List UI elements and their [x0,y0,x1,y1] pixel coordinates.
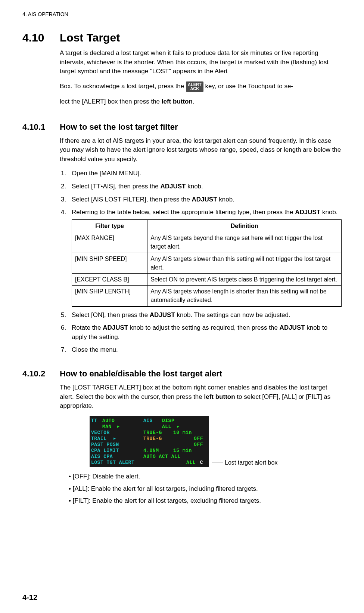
filter-type-cell: [MIN SHIP LENGTH] [72,286,147,306]
table-row: [MAX RANGE] Any AIS targets beyond the r… [72,232,342,253]
options-list: [OFF]: Disable the alert. [ALL]: Enable … [60,472,342,506]
panel-ais-label: AIS [143,418,162,423]
page-number: 4-12 [22,593,37,602]
step-text: Rotate the [72,324,103,331]
step-2: Select [TT•AIS], then press the ADJUST k… [68,182,342,191]
table-header-filter-type: Filter type [72,220,147,232]
filter-type-cell: [EXCEPT CLASS B] [72,273,147,285]
step-6: Rotate the ADJUST knob to adjust the set… [68,323,342,342]
step-text: knob to adjust the setting as required, … [128,324,279,331]
section-title: Lost Target [60,31,120,44]
panel-cpa-limit-label: CPA LIMIT [91,448,143,453]
alert-ack-key-icon: ALERT ACK [186,81,203,92]
section-intro-paragraph-3: lect the [ALERT] box then press the left… [60,97,342,107]
intro-text: Box. To acknowledge a lost target, press… [60,83,186,90]
step-text: knob. [217,196,234,203]
subsection-number: 4.10.2 [22,369,60,379]
filter-type-table: Filter type Definition [MAX RANGE] Any A… [72,219,342,307]
step-3: Select [AIS LOST FILTER], then press the… [68,195,342,204]
step-1: Open the [MAIN MENU]. [68,169,342,178]
adjust-knob-label: ADJUST [295,209,320,216]
intro-text: lect the [ALERT] box then press the [60,98,162,105]
step-text: Select [TT•AIS], then press the [72,183,160,190]
panel-distance-value: 4.0NM [143,448,173,453]
panel-true-g-value: TRUE-G [143,436,173,441]
subsection-title: How to enable/disable the lost target al… [60,369,222,379]
list-item: [OFF]: Disable the alert. [69,472,342,481]
panel-row: PAST POSN OFF [91,441,208,447]
panel-man-label: MAN [102,424,117,429]
subsection-paragraph: If there are a lot of AIS targets in you… [60,136,342,164]
panel-c-indicator: C [196,460,203,465]
panel-row: MAN ▶ ALL ▶ [91,423,208,429]
callout: Lost target alert box [212,459,277,467]
callout-label: Lost target alert box [225,459,277,466]
panel-tt-label: TT [91,418,102,423]
adjust-knob-label: ADJUST [150,311,175,318]
panel-row: TT AUTO AIS DISP [91,418,208,423]
step-text: knob. The settings can now be adjusted. [175,311,290,318]
definition-cell: Any AIS targets beyond the range set her… [147,232,342,253]
step-7: Close the menu. [68,345,342,355]
panel-time-value: 10 min [173,430,192,435]
panel-trail-label: TRAIL [91,436,113,441]
step-text: knob. [320,209,337,216]
panel-row: AIS CPA AUTO ACT ALL [91,453,208,459]
section-intro-paragraph-2: Box. To acknowledge a lost target, press… [60,81,342,92]
left-button-label: left button [162,98,193,105]
panel-all-value: ALL [173,460,196,465]
table-header-row: Filter type Definition [72,220,342,232]
definition-cell: Select ON to prevent AIS targets class B… [147,273,342,285]
keycap-line2: ACK [188,87,202,91]
left-button-label: left button [204,393,235,400]
step-4: Referring to the table below, select the… [68,208,342,306]
steps-list: Open the [MAIN MENU]. Select [TT•AIS], t… [60,169,342,355]
definition-cell: Any AIS targets slower than this setting… [147,253,342,273]
panel-vector-label: VECTOR [91,430,143,435]
panel-disp-label: DISP [162,418,184,423]
panel-row: TRAIL ▶ TRUE-G OFF [91,435,208,441]
step-text: knob. [186,183,203,190]
panel-all-label: ALL [162,424,177,429]
panel-row-lost-tgt-alert: LOST TGT ALERT ALL C [91,459,208,465]
adjust-knob-label: ADJUST [160,183,186,190]
section-intro-paragraph-1: A target is declared a lost target when … [60,49,342,76]
table-row: [MIN SHIP LENGTH] Any AIS targets whose … [72,286,342,306]
filter-type-cell: [MIN SHIP SPEED] [72,253,147,273]
adjust-knob-label: ADJUST [192,196,217,203]
step-text: Select [AIS LOST FILTER], then press the [72,196,192,203]
table-row: [MIN SHIP SPEED] Any AIS targets slower … [72,253,342,273]
step-text: Referring to the table below, select the… [72,209,295,216]
running-header: 4. AIS OPERATION [22,11,342,17]
panel-arrow-icon: ▶ [177,424,180,429]
intro-text: key, or use the Touchpad to se- [205,83,293,90]
list-item: [FILT]: Enable the alert for all lost ta… [69,496,342,506]
step-5: Select [ON], then press the ADJUST knob.… [68,311,342,320]
panel-row: CPA LIMIT 4.0NM 15 min [91,447,208,453]
subsection-number: 4.10.1 [22,122,60,132]
subsection-paragraph: The [LOST TARGET ALERT] box at the botto… [60,383,342,411]
panel-ais-cpa-label: AIS CPA [91,454,143,459]
panel-true-g-value: TRUE-G [143,430,173,435]
panel-off-value: OFF [173,436,203,441]
panel-lost-tgt-alert-label: LOST TGT ALERT [91,460,173,465]
panel-row: VECTOR TRUE-G 10 min [91,429,208,435]
panel-past-posn-label: PAST POSN [91,442,173,447]
lost-target-alert-panel: TT AUTO AIS DISP MAN ▶ ALL ▶ VECTOR TRUE… [90,416,209,467]
intro-text: . [193,98,195,105]
panel-arrow-icon: ▶ [117,424,143,429]
panel-time-value: 15 min [173,448,192,453]
filter-type-cell: [MAX RANGE] [72,232,147,253]
table-header-definition: Definition [147,220,342,232]
definition-cell: Any AIS targets whose length is shorter … [147,286,342,306]
section-number: 4.10 [22,31,60,44]
panel-auto-act-value: AUTO ACT ALL [143,454,181,459]
panel-arrow-icon: ▶ [113,436,143,441]
panel-off-value: OFF [173,442,203,447]
adjust-knob-label: ADJUST [103,324,128,331]
adjust-knob-label: ADJUST [280,324,305,331]
list-item: [ALL]: Enable the alert for all lost tar… [69,484,342,494]
panel-auto-label: AUTO [102,418,121,423]
subsection-title: How to set the lost target filter [60,122,178,132]
step-text: Select [ON], then press the [72,311,150,318]
